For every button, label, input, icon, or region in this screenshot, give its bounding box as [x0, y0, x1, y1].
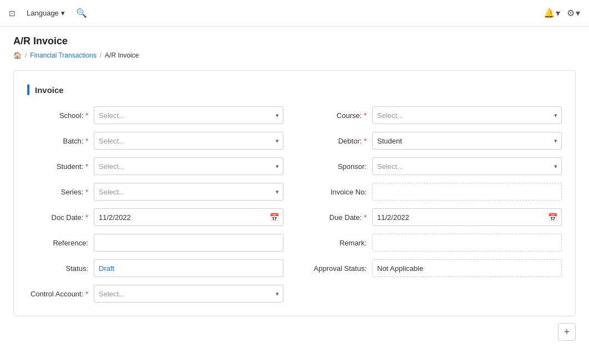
breadcrumb-current: A/R Invoice [105, 52, 139, 59]
field-sponsor: Sponsor: Select... ▾ [306, 157, 562, 175]
breadcrumb-sep-1: / [25, 52, 27, 59]
field-debtor: Debtor: * Student ▾ [306, 132, 562, 150]
required-school: * [85, 111, 88, 120]
batch-select[interactable]: Select... [94, 132, 283, 150]
bell-button[interactable]: 🔔 ▾ [544, 8, 560, 18]
field-batch: Batch: * Select... ▾ [27, 132, 283, 150]
bell-chevron: ▾ [556, 8, 560, 18]
topnav: ⊡ Language ▾ 🔍 🔔 ▾ ⚙ ▾ [0, 0, 589, 27]
due-date-wrapper: 📅 [372, 208, 562, 226]
language-chevron: ▾ [61, 9, 65, 17]
page-header: A/R Invoice 🏠 / Financial Transactions /… [0, 27, 589, 64]
required-series: * [85, 188, 88, 196]
control-account-select[interactable]: Select... [94, 285, 283, 303]
topnav-left: ⊡ Language ▾ 🔍 [9, 7, 87, 19]
approval-status-value: Not Applicable [372, 259, 562, 277]
breadcrumb-financial[interactable]: Financial Transactions [30, 52, 96, 59]
label-reference: Reference: [27, 239, 88, 247]
student-select[interactable]: Select... [94, 157, 283, 175]
field-status: Status: Draft [27, 259, 283, 277]
empty-cell [306, 285, 562, 303]
label-course: Course: * [306, 111, 367, 120]
required-control-account: * [85, 290, 88, 298]
add-button[interactable]: + [558, 323, 576, 341]
field-approval-status: Approval Status: Not Applicable [306, 259, 562, 277]
doc-date-input[interactable] [94, 208, 283, 226]
invoice-no-input[interactable] [372, 183, 562, 201]
field-student: Student: * Select... ▾ [27, 157, 283, 175]
sponsor-select-wrapper: Select... ▾ [372, 157, 562, 175]
field-invoice-no: Invoice No: [306, 183, 562, 201]
required-batch: * [85, 137, 88, 145]
required-student: * [85, 162, 88, 171]
label-student: Student: * [27, 162, 88, 171]
field-reference: Reference: [27, 234, 283, 252]
breadcrumb: 🏠 / Financial Transactions / A/R Invoice [13, 52, 576, 59]
gear-icon: ⚙ [567, 8, 575, 18]
batch-select-wrapper: Select... ▾ [94, 132, 283, 150]
label-sponsor: Sponsor: [306, 162, 367, 171]
label-school: School: * [27, 111, 88, 120]
gear-chevron: ▾ [576, 8, 580, 18]
add-button-row: + [13, 323, 576, 341]
home-icon[interactable]: 🏠 [13, 52, 22, 59]
field-remark: Remark: [306, 234, 562, 252]
school-select[interactable]: Select... [94, 106, 283, 124]
section-bar [27, 84, 29, 95]
page-title: A/R Invoice [13, 35, 576, 47]
gear-button[interactable]: ⚙ ▾ [567, 8, 580, 18]
section-title-row: Invoice [27, 84, 562, 95]
search-icon[interactable]: 🔍 [76, 8, 87, 18]
label-due-date: Due Date: * [306, 213, 367, 222]
label-series: Series: * [27, 188, 88, 196]
debtor-select-wrapper: Student ▾ [372, 132, 562, 150]
language-button[interactable]: Language ▾ [22, 7, 69, 19]
label-control-account: Control Account: * [27, 290, 88, 298]
expand-icon[interactable]: ⊡ [9, 9, 16, 18]
field-control-account: Control Account: * Select... ▾ [27, 285, 283, 303]
label-remark: Remark: [306, 239, 367, 247]
section-title: Invoice [35, 85, 64, 95]
status-value: Draft [94, 259, 283, 277]
required-doc-date: * [85, 213, 88, 222]
label-invoice-no: Invoice No: [306, 188, 367, 196]
due-date-input[interactable] [372, 208, 562, 226]
breadcrumb-sep-2: / [100, 52, 101, 59]
language-label: Language [27, 9, 59, 17]
label-status: Status: [27, 264, 88, 273]
label-doc-date: Doc Date: * [27, 213, 88, 222]
student-select-wrapper: Select... ▾ [94, 157, 283, 175]
bell-icon: 🔔 [544, 8, 555, 18]
field-due-date: Due Date: * 📅 [306, 208, 562, 226]
control-account-select-wrapper: Select... ▾ [94, 285, 283, 303]
remark-input[interactable] [372, 234, 562, 252]
reference-input[interactable] [94, 234, 283, 252]
sponsor-select[interactable]: Select... [372, 157, 562, 175]
field-series: Series: * Select... ▾ [27, 183, 283, 201]
series-select-wrapper: Select... ▾ [94, 183, 283, 201]
form-grid: School: * Select... ▾ Course: * Select..… [27, 106, 562, 303]
course-select-wrapper: Select... ▾ [372, 106, 562, 124]
field-course: Course: * Select... ▾ [306, 106, 562, 124]
label-batch: Batch: * [27, 137, 88, 145]
due-date-calendar-icon[interactable]: 📅 [548, 213, 557, 222]
label-debtor: Debtor: * [306, 137, 367, 145]
required-course: * [364, 111, 367, 120]
field-school: School: * Select... ▾ [27, 106, 283, 124]
topnav-right: 🔔 ▾ ⚙ ▾ [544, 8, 580, 18]
label-approval-status: Approval Status: [306, 264, 367, 273]
course-select[interactable]: Select... [372, 106, 562, 124]
school-select-wrapper: Select... ▾ [94, 106, 283, 124]
invoice-section: Invoice School: * Select... ▾ Course: * … [13, 70, 576, 316]
doc-date-wrapper: 📅 [94, 208, 283, 226]
required-debtor: * [364, 137, 367, 145]
field-doc-date: Doc Date: * 📅 [27, 208, 283, 226]
doc-date-calendar-icon[interactable]: 📅 [270, 213, 279, 222]
series-select[interactable]: Select... [94, 183, 283, 201]
required-due-date: * [364, 213, 367, 222]
debtor-select[interactable]: Student [372, 132, 562, 150]
